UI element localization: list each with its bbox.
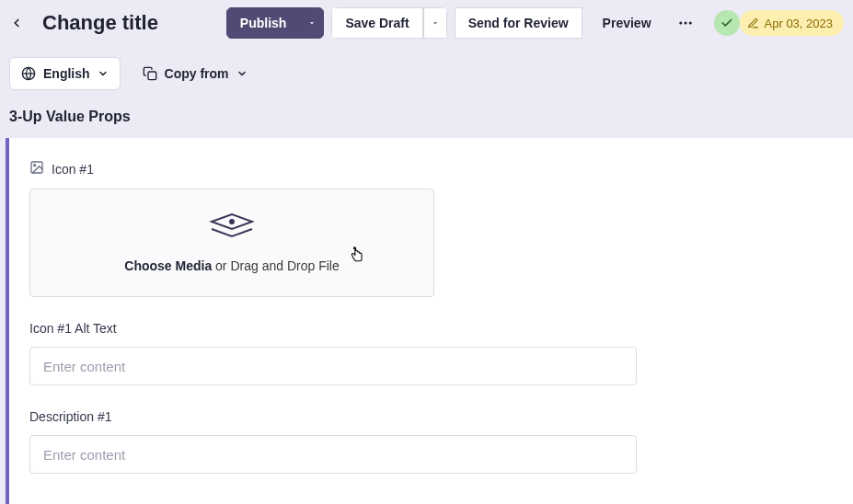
globe-icon (21, 66, 36, 81)
chevron-down-icon (98, 68, 109, 79)
caret-down-icon (307, 18, 317, 28)
copy-icon (143, 66, 157, 81)
field-icon-1: Icon #1 Choose Media or Drag and Drop Fi… (29, 160, 831, 297)
send-for-review-button[interactable]: Send for Review (455, 7, 582, 39)
sub-bar: English Copy from (0, 46, 853, 101)
language-selector[interactable]: English (9, 57, 121, 90)
save-draft-caret-button[interactable] (423, 7, 447, 39)
field-label-desc-1: Description #1 (29, 409, 831, 424)
svg-rect-5 (148, 72, 156, 80)
description-input[interactable] (29, 435, 637, 474)
status-date-badge[interactable]: Apr 03, 2023 (740, 10, 844, 36)
check-icon (720, 17, 733, 29)
save-draft-button[interactable]: Save Draft (331, 7, 422, 39)
publish-button-group: Publish (226, 7, 325, 39)
language-label: English (43, 66, 90, 81)
field-label-text: Icon #1 Alt Text (29, 321, 117, 336)
alt-text-input[interactable] (29, 347, 637, 385)
svg-point-2 (688, 22, 691, 25)
media-dropzone[interactable]: Choose Media or Drag and Drop File (29, 189, 434, 297)
pencil-icon (747, 17, 759, 29)
save-draft-button-group: Save Draft (331, 7, 446, 39)
field-label-text: Description #1 (29, 409, 112, 424)
status-date-text: Apr 03, 2023 (765, 17, 833, 30)
dropzone-text: Choose Media or Drag and Drop File (124, 258, 339, 273)
chevron-left-icon (10, 17, 23, 29)
dropzone-choose-media: Choose Media (124, 258, 212, 273)
content-panel: Icon #1 Choose Media or Drag and Drop Fi… (6, 138, 853, 504)
media-stack-icon (208, 212, 256, 249)
copy-from-button[interactable]: Copy from (133, 57, 257, 90)
back-button[interactable] (4, 10, 29, 36)
section-title: 3-Up Value Props (0, 101, 853, 138)
preview-button[interactable]: Preview (590, 7, 664, 39)
field-desc-1: Description #1 (29, 409, 831, 474)
field-alt-1: Icon #1 Alt Text (29, 321, 831, 385)
caret-down-icon (431, 18, 440, 28)
more-actions-button[interactable] (672, 7, 699, 39)
copy-from-label: Copy from (165, 66, 229, 81)
field-label-icon-1: Icon #1 (29, 160, 831, 178)
svg-point-8 (230, 220, 234, 223)
top-bar: Change title Publish Save Draft Send for… (0, 0, 853, 46)
field-label-alt-1: Icon #1 Alt Text (29, 321, 831, 336)
image-icon (29, 160, 44, 178)
field-label-text: Icon #1 (52, 162, 94, 177)
cursor-pointer-icon (349, 246, 365, 269)
svg-point-1 (684, 22, 686, 25)
publish-button[interactable]: Publish (226, 7, 301, 39)
dropzone-rest: or Drag and Drop File (212, 258, 340, 273)
page-title: Change title (42, 11, 158, 35)
publish-caret-button[interactable] (300, 7, 324, 39)
chevron-down-icon (236, 68, 248, 79)
svg-point-0 (679, 22, 682, 25)
more-horizontal-icon (677, 15, 694, 31)
svg-point-7 (34, 165, 36, 166)
status-check-badge (714, 10, 740, 36)
